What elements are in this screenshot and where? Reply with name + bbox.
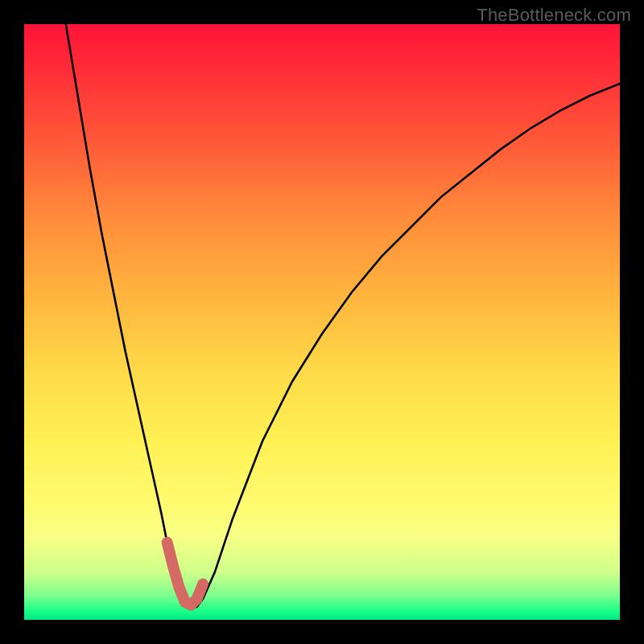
bottleneck-curve [66, 24, 620, 608]
watermark-text: TheBottleneck.com [477, 5, 631, 26]
sweet-spot-marker [167, 543, 203, 605]
chart-svg [24, 24, 620, 620]
chart-plot-area [24, 24, 620, 620]
